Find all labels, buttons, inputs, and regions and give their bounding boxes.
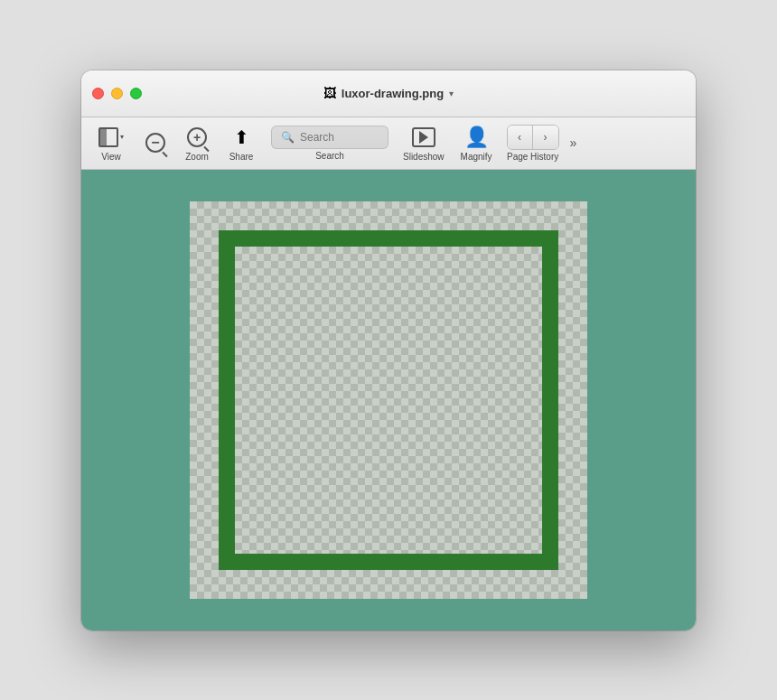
forward-button[interactable]: › bbox=[533, 126, 558, 149]
view-label: View bbox=[101, 152, 121, 162]
share-icon: ⬆ bbox=[229, 125, 254, 150]
more-button[interactable]: » bbox=[566, 135, 581, 150]
traffic-lights bbox=[92, 88, 142, 99]
file-icon: 🖼 bbox=[323, 86, 336, 100]
zoom-in-button[interactable]: + Zoom bbox=[177, 121, 217, 165]
slideshow-label: Slideshow bbox=[403, 152, 445, 162]
maximize-button[interactable] bbox=[130, 88, 142, 99]
view-square-icon bbox=[98, 127, 118, 147]
window-title: luxor-drawing.png bbox=[342, 87, 444, 100]
share-label: Share bbox=[229, 152, 254, 162]
magnify-label: Magnify bbox=[461, 152, 492, 162]
right-panel bbox=[610, 170, 678, 630]
zoom-in-icon: + bbox=[184, 125, 210, 150]
share-button[interactable]: ⬆ Share bbox=[219, 121, 264, 165]
title-area: 🖼 luxor-drawing.png ▾ bbox=[323, 86, 454, 100]
zoom-out-button[interactable]: − bbox=[136, 126, 175, 159]
play-triangle-icon bbox=[419, 131, 428, 144]
search-bar[interactable]: 🔍 bbox=[271, 126, 388, 149]
page-history-label: Page History bbox=[507, 152, 558, 162]
search-icon: 🔍 bbox=[281, 131, 295, 144]
titlebar: 🖼 luxor-drawing.png ▾ bbox=[81, 70, 696, 117]
zoom-out-icon: − bbox=[143, 130, 168, 155]
minimize-button[interactable] bbox=[111, 88, 123, 99]
image-canvas bbox=[167, 179, 610, 621]
nav-buttons: ‹ › bbox=[507, 125, 559, 150]
view-dropdown-arrow: ▾ bbox=[120, 133, 124, 141]
search-wrap: 🔍 Search bbox=[266, 122, 394, 164]
magnify-button[interactable]: 👤 Magnify bbox=[454, 121, 500, 165]
close-button[interactable] bbox=[92, 88, 104, 99]
view-button[interactable]: ▾ View bbox=[89, 121, 134, 165]
title-dropdown-icon[interactable]: ▾ bbox=[449, 89, 454, 98]
back-button[interactable]: ‹ bbox=[508, 126, 533, 149]
inner-checker bbox=[235, 247, 542, 554]
main-window: 🖼 luxor-drawing.png ▾ ▾ View − + bbox=[81, 70, 696, 630]
view-icon: ▾ bbox=[98, 125, 124, 150]
search-label: Search bbox=[315, 151, 344, 161]
left-panel bbox=[99, 170, 167, 630]
toolbar: ▾ View − + Zoom ⬆ Share bbox=[81, 117, 696, 170]
search-input[interactable] bbox=[300, 131, 381, 144]
magnify-icon: 👤 bbox=[463, 125, 489, 150]
checker-background bbox=[190, 201, 587, 599]
page-history-wrap: ‹ › Page History bbox=[501, 121, 565, 165]
slideshow-button[interactable]: Slideshow bbox=[396, 121, 452, 165]
slideshow-icon bbox=[411, 125, 436, 150]
content-area bbox=[81, 170, 696, 630]
zoom-label: Zoom bbox=[185, 152, 209, 162]
